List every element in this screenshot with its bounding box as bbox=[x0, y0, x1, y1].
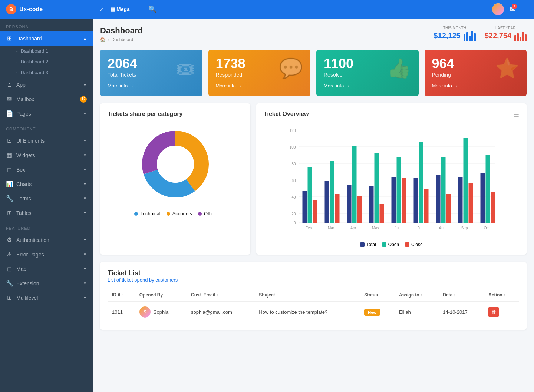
mini-bar bbox=[474, 33, 476, 41]
svg-text:Aug: Aug bbox=[439, 226, 446, 230]
hamburger-icon[interactable]: ☰ bbox=[50, 5, 56, 13]
page-title: Dashboard bbox=[100, 26, 143, 36]
sidebar-item-dashboard1[interactable]: Dashboard 1 bbox=[0, 46, 93, 56]
chevron-down-icon-tables: ▼ bbox=[83, 211, 87, 215]
sort-icon-email[interactable]: ↕ bbox=[217, 293, 218, 297]
bar-oct-total bbox=[481, 173, 485, 223]
donut-container: Technical Accounts Other bbox=[108, 123, 243, 216]
cell-email: sophia@gmail.com bbox=[187, 302, 254, 322]
topnav-right: ✉ 2 … bbox=[492, 3, 528, 15]
sidebar-item-forms[interactable]: 🔧 Forms ▼ bbox=[0, 191, 93, 206]
bar-may-close bbox=[380, 204, 384, 223]
last-year-stat: LAST YEAR $22,754 bbox=[485, 26, 527, 41]
bar-legend-open: Open bbox=[382, 242, 399, 247]
sort-icon-subject[interactable]: ↕ bbox=[276, 293, 278, 297]
sort-icon-action[interactable]: ↕ bbox=[504, 293, 505, 297]
sidebar-item-ui-elements[interactable]: ⊡ UI Elements ▼ bbox=[0, 133, 93, 148]
svg-text:Apr: Apr bbox=[350, 226, 356, 230]
breadcrumb: 🏠 / Dashboard bbox=[100, 37, 143, 42]
sidebar-featured-label: FEATURED bbox=[0, 220, 93, 233]
this-month-label: THIS MONTH bbox=[434, 26, 475, 30]
col-id: ID # ↕ bbox=[108, 289, 135, 302]
stat-footer-responded[interactable]: More info → bbox=[216, 80, 303, 89]
sidebar-item-tables[interactable]: ⊞ Tables ▼ bbox=[0, 206, 93, 220]
sidebar-auth-label: Authentication bbox=[16, 237, 49, 243]
search-icon[interactable]: 🔍 bbox=[148, 5, 156, 13]
stat-footer-pending[interactable]: More info → bbox=[432, 80, 520, 89]
sidebar-pages-label: Pages bbox=[16, 111, 31, 117]
legend-color-open bbox=[382, 242, 386, 247]
sort-icon-status[interactable]: ↕ bbox=[379, 293, 381, 297]
sidebar-app-label: App bbox=[16, 82, 26, 88]
user-avatar-image bbox=[492, 3, 504, 15]
chevron-up-icon: ▲ bbox=[83, 36, 87, 40]
sidebar-item-app[interactable]: 🖥 App ▼ bbox=[0, 78, 93, 92]
delete-button[interactable]: 🗑 bbox=[488, 307, 499, 317]
sidebar-personal-label: PERSONAL bbox=[0, 19, 93, 31]
stat-card-top: 2064 Total Tickets 🎟 bbox=[108, 57, 195, 79]
fullscreen-icon[interactable]: ⤢ bbox=[99, 6, 104, 13]
stat-card-top-4: 964 Pending ⭐ bbox=[432, 57, 520, 80]
col-opened-by: Opened By ↕ bbox=[135, 289, 187, 302]
status-badge: New bbox=[364, 309, 380, 316]
sort-icon-id[interactable]: ↕ bbox=[121, 293, 123, 297]
sidebar-item-widgets[interactable]: ▦ Widgets ▼ bbox=[0, 148, 93, 162]
brand-logo: B bbox=[6, 4, 16, 14]
donut-legend: Technical Accounts Other bbox=[134, 211, 216, 216]
sidebar-item-dashboard3[interactable]: Dashboard 3 bbox=[0, 67, 93, 78]
bar-jul-open bbox=[419, 142, 423, 223]
mailbox-badge: 12 bbox=[80, 96, 87, 103]
stat-card-resolve: 1100 Resolve 👍 More info → bbox=[316, 50, 419, 96]
sidebar-dashboard-label: Dashboard bbox=[16, 36, 42, 41]
mega-menu-button[interactable]: ▦ Mega bbox=[110, 6, 130, 12]
sidebar-item-charts[interactable]: 📊 Charts ▼ bbox=[0, 177, 93, 191]
stat-number-pending: 964 bbox=[432, 57, 454, 70]
sidebar-item-pages[interactable]: 📄 Pages ▼ bbox=[0, 106, 93, 121]
sort-icon-opened[interactable]: ↕ bbox=[164, 293, 166, 297]
sidebar-item-error-pages[interactable]: ⚠ Error Pages ▼ bbox=[0, 247, 93, 262]
table-row: 1011 S Sophia sophia@gmail.com How to cu… bbox=[108, 302, 519, 322]
brand-name: Bx-code bbox=[19, 6, 43, 13]
sidebar-item-map[interactable]: ◻ Map ▼ bbox=[0, 262, 93, 276]
sidebar-item-dashboard2[interactable]: Dashboard 2 bbox=[0, 56, 93, 67]
sidebar-item-mailbox[interactable]: ✉ Mailbox 12 bbox=[0, 92, 93, 106]
bar-legend: Total Open Close bbox=[264, 242, 519, 247]
avatar[interactable] bbox=[492, 3, 504, 15]
bar-jul-total bbox=[414, 178, 418, 223]
sidebar-item-multilevel[interactable]: ⊞ Multilevel ▼ bbox=[0, 290, 93, 305]
bar-aug-total bbox=[436, 175, 441, 223]
bar-aug-close bbox=[446, 194, 451, 223]
more-options-icon[interactable]: … bbox=[521, 6, 528, 13]
chart-menu-icon[interactable]: ☰ bbox=[513, 113, 519, 121]
bar-apr-total bbox=[347, 185, 352, 223]
stat-card-top-2: 1738 Responded 💬 bbox=[216, 57, 303, 80]
stat-label-tickets: Total Tickets bbox=[108, 72, 137, 78]
col-email: Cust. Email ↕ bbox=[187, 289, 254, 302]
legend-accounts: Accounts bbox=[167, 211, 192, 216]
stat-card-info: 2064 Total Tickets bbox=[108, 57, 137, 78]
chevron-down-icon-box: ▼ bbox=[83, 167, 87, 172]
sidebar-forms-label: Forms bbox=[16, 196, 31, 202]
stat-card-top-3: 1100 Resolve 👍 bbox=[324, 57, 411, 80]
svg-text:0: 0 bbox=[294, 221, 296, 225]
sidebar-item-dashboard[interactable]: ⊞ Dashboard ▲ bbox=[0, 31, 93, 46]
dots-menu-button[interactable]: ⋮ bbox=[136, 5, 142, 13]
stat-footer-resolve[interactable]: More info → bbox=[324, 80, 411, 89]
breadcrumb-home-icon[interactable]: 🏠 bbox=[100, 37, 106, 42]
sort-icon-assign[interactable]: ↕ bbox=[421, 293, 422, 297]
user-name: Sophia bbox=[154, 309, 168, 315]
last-year-value: $22,754 bbox=[485, 31, 511, 40]
col-action: Action ↕ bbox=[484, 289, 519, 302]
stat-footer-tickets[interactable]: More info → bbox=[108, 80, 195, 89]
sidebar-item-authentication[interactable]: ⚙ Authentication ▼ bbox=[0, 233, 93, 247]
this-month-stat: THIS MONTH $12,125 bbox=[434, 26, 475, 41]
sidebar-item-extension[interactable]: 🔧 Extension ▼ bbox=[0, 276, 93, 290]
sidebar-item-box[interactable]: ◻ Box ▼ bbox=[0, 162, 93, 177]
bar-feb-close bbox=[313, 200, 317, 223]
sort-icon-date[interactable]: ↕ bbox=[454, 293, 456, 297]
this-month-value: $12,125 bbox=[434, 31, 460, 40]
svg-text:80: 80 bbox=[291, 162, 296, 166]
bar-oct-close bbox=[491, 192, 495, 223]
sidebar: PERSONAL ⊞ Dashboard ▲ Dashboard 1 Dashb… bbox=[0, 19, 93, 392]
mail-notification[interactable]: ✉ 2 bbox=[510, 5, 515, 13]
